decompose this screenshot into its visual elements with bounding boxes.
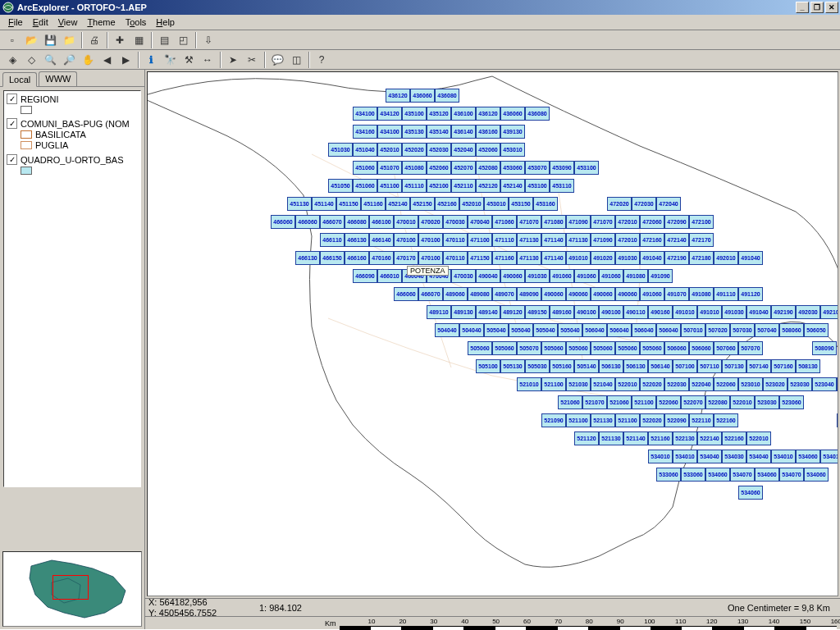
- grid-tile: 452120: [476, 179, 500, 193]
- grid-tile: 436160: [476, 125, 500, 139]
- grid-tile: 506060: [689, 341, 714, 355]
- distance-button[interactable]: ↔: [199, 52, 217, 68]
- minimize-button[interactable]: _: [796, 2, 809, 13]
- overview-map[interactable]: [2, 551, 142, 627]
- close-button[interactable]: ✕: [825, 2, 838, 13]
- layer-quadro[interactable]: ✓ QUADRO_U-ORTO_BAS: [7, 154, 138, 175]
- menu-tools[interactable]: Tools: [121, 16, 152, 29]
- grid-tile: 453070: [525, 161, 550, 175]
- folder-button[interactable]: 📁: [60, 32, 78, 48]
- new-button[interactable]: ▫: [3, 32, 21, 48]
- grid-tile: 491010: [673, 305, 697, 319]
- grid-tile: 490100: [599, 305, 623, 319]
- grid-tile: 505130: [500, 359, 525, 373]
- zoom-out-button[interactable]: 🔎: [60, 52, 78, 68]
- open-button[interactable]: 📂: [22, 32, 40, 48]
- menubar: File Edit View Theme Tools Help: [0, 15, 840, 30]
- grid-tile: 435140: [427, 125, 451, 139]
- layer-regioni[interactable]: ✓ REGIONI: [7, 94, 138, 114]
- pointer-button[interactable]: ➤: [224, 52, 242, 68]
- grid-tile: 522040: [689, 377, 714, 391]
- sidebar: Local WWW ✓ REGIONI ✓ COMUNI_BAS-PUG (NO…: [0, 70, 145, 629]
- grid-tile: 470040: [468, 215, 492, 229]
- grid-tile: 507110: [697, 359, 722, 373]
- grid-tile: 504040: [435, 323, 459, 337]
- app-icon: [2, 1, 15, 14]
- tab-local[interactable]: Local: [2, 72, 37, 87]
- grid-tile: 522020: [640, 413, 664, 427]
- maptips-button[interactable]: 💬: [268, 52, 286, 68]
- grid-tile: 452020: [402, 143, 427, 157]
- grid-tile: 507010: [681, 323, 705, 337]
- help-button[interactable]: ?: [313, 52, 331, 68]
- grid-tile: 435120: [427, 107, 451, 121]
- menu-theme[interactable]: Theme: [82, 16, 120, 29]
- grid-tile: 466070: [418, 287, 443, 301]
- grid-tile: 492010: [714, 251, 738, 265]
- zoom-in-button[interactable]: 🔍: [41, 52, 59, 68]
- grid-tile: 505030: [525, 359, 550, 373]
- menu-edit[interactable]: Edit: [28, 16, 53, 29]
- grid-tile: 472010: [615, 233, 640, 247]
- identify-button[interactable]: ℹ: [142, 52, 160, 68]
- query-button[interactable]: ⚒: [180, 52, 198, 68]
- full-extent-button[interactable]: ◈: [3, 52, 21, 68]
- grid-tile: 452010: [377, 143, 402, 157]
- checkbox-icon[interactable]: ✓: [7, 154, 17, 165]
- grid-tile: 505160: [550, 359, 574, 373]
- checkbox-icon[interactable]: ✓: [7, 118, 17, 129]
- grid-tile: 521140: [623, 431, 648, 445]
- table-button[interactable]: ▤: [155, 32, 173, 48]
- grid-tile: 523030: [755, 395, 779, 409]
- grid-tile: 507030: [730, 323, 755, 337]
- next-extent-button[interactable]: ▶: [116, 52, 135, 68]
- grid-tile: 506040: [607, 323, 632, 337]
- grid-tile: 505140: [574, 359, 599, 373]
- grid-tile: 452010: [459, 197, 484, 211]
- grid-tile: 491120: [738, 287, 763, 301]
- grid-tile: 505060: [640, 341, 664, 355]
- save-button[interactable]: 💾: [41, 32, 59, 48]
- print-button[interactable]: 🖨: [85, 32, 103, 48]
- checkbox-icon[interactable]: ✓: [7, 94, 17, 104]
- select-button[interactable]: ◫: [287, 52, 305, 68]
- grid-tile: 466010: [377, 269, 402, 283]
- grid-tile: 492100: [820, 305, 838, 319]
- tab-www[interactable]: WWW: [39, 71, 77, 86]
- grid-tile: 522160: [714, 413, 738, 427]
- grid-tile: 470110: [443, 233, 468, 247]
- grid-tile: 508060: [779, 323, 804, 337]
- clear-button[interactable]: ✂: [243, 52, 261, 68]
- grid-tile: 471100: [468, 233, 492, 247]
- grid-tile: 505040: [558, 323, 582, 337]
- map-canvas[interactable]: 4361204360604360804341004341204351004351…: [147, 71, 838, 596]
- grid-tile: 491110: [714, 287, 738, 301]
- grid-tile: 521100: [632, 395, 656, 409]
- grid-tile: 534040: [746, 450, 771, 463]
- menu-view[interactable]: View: [53, 16, 83, 29]
- menu-help[interactable]: Help: [151, 16, 180, 29]
- grid-tile: 490040: [476, 269, 500, 283]
- find-button[interactable]: 🔭: [161, 52, 179, 68]
- edit-layer-button[interactable]: ▦: [130, 32, 148, 48]
- prev-extent-button[interactable]: ◀: [98, 52, 116, 68]
- menu-file[interactable]: File: [3, 16, 28, 29]
- grid-tile: 491070: [664, 287, 689, 301]
- grid-tile: 523040: [812, 377, 837, 391]
- grid-tile: 471150: [468, 251, 492, 265]
- add-layer-button[interactable]: ✚: [111, 32, 129, 48]
- pan-button[interactable]: ✋: [79, 52, 97, 68]
- grid-tile: 506060: [837, 377, 838, 391]
- grid-tile: 436080: [435, 89, 459, 103]
- layer-comuni[interactable]: ✓ COMUNI_BAS-PUG (NOM BASILICATA PUGLIA: [7, 118, 138, 150]
- grid-tile: 521100: [566, 413, 591, 427]
- grid-tile: 505070: [517, 341, 541, 355]
- maximize-button[interactable]: ❐: [810, 2, 824, 13]
- grid-tile: 470100: [418, 251, 443, 265]
- extent-button[interactable]: ◰: [174, 32, 192, 48]
- zoom-layer-button[interactable]: ◇: [22, 52, 40, 68]
- grid-tile: 507020: [705, 323, 730, 337]
- grid-tile: 534060: [796, 450, 820, 463]
- export-button[interactable]: ⇩: [199, 32, 217, 48]
- grid-tile: 470030: [443, 215, 468, 229]
